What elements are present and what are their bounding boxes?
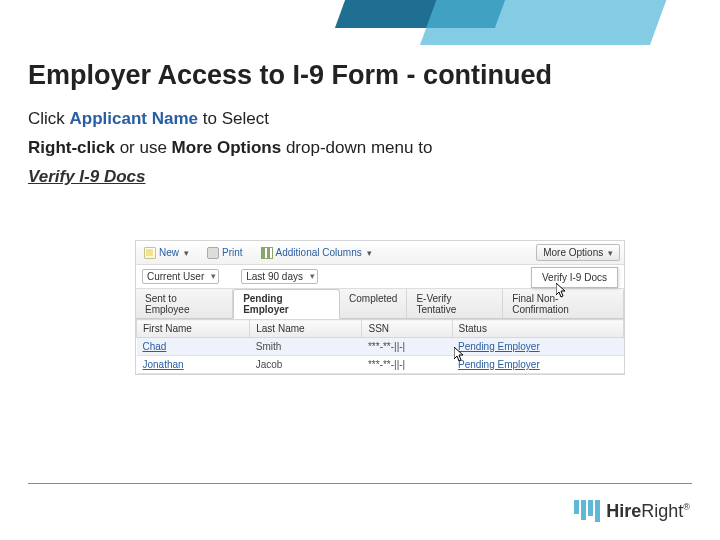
instr-text: to Select [198, 109, 269, 128]
tab-everify-tentative[interactable]: E-Verify Tentative [407, 289, 503, 318]
instr-verify-docs: Verify I-9 Docs [28, 167, 145, 186]
tab-completed[interactable]: Completed [340, 289, 407, 318]
logo-bars-icon [574, 500, 600, 522]
table-header-row: First Name Last Name SSN Status [137, 320, 624, 338]
instr-right-click: Right-click [28, 138, 115, 157]
header-decoration-light [420, 0, 670, 45]
page-title: Employer Access to I-9 Form - continued [28, 60, 692, 91]
hireright-logo: HireRight® [574, 500, 690, 522]
filter-user-select[interactable]: Current User [142, 269, 219, 284]
instr-text: or use [115, 138, 172, 157]
applicant-status[interactable]: Pending Employer [458, 341, 540, 352]
applicant-status[interactable]: Pending Employer [458, 359, 540, 370]
tab-bar: Sent to Employee Pending Employer Comple… [136, 289, 624, 319]
dropdown-item-verify[interactable]: Verify I-9 Docs [542, 272, 607, 283]
more-options-button[interactable]: More Options [536, 244, 620, 261]
footer-divider [28, 483, 692, 484]
col-last-name[interactable]: Last Name [250, 320, 362, 338]
print-button[interactable]: Print [203, 245, 247, 261]
table-row[interactable]: Jonathan Jacob ***-**-||-| Pending Emplo… [137, 356, 624, 374]
tab-pending-employer[interactable]: Pending Employer [233, 289, 340, 319]
print-label: Print [222, 247, 243, 258]
col-first-name[interactable]: First Name [137, 320, 250, 338]
more-options-label: More Options [543, 247, 603, 258]
more-options-dropdown: Verify I-9 Docs [531, 267, 618, 288]
col-ssn[interactable]: SSN [362, 320, 452, 338]
applicant-last-name: Jacob [250, 356, 362, 374]
logo-text: HireRight® [606, 501, 690, 522]
registered-icon: ® [683, 502, 690, 512]
instr-applicant-name: Applicant Name [70, 109, 198, 128]
columns-icon [261, 247, 273, 259]
logo-rest: Right [641, 501, 683, 521]
tab-final-non-confirmation[interactable]: Final Non-Confirmation [503, 289, 624, 318]
instr-text: Click [28, 109, 70, 128]
applicant-ssn: ***-**-||-| [362, 338, 452, 356]
filter-range-select[interactable]: Last 90 days [241, 269, 318, 284]
col-status[interactable]: Status [452, 320, 623, 338]
tab-sent-to-employee[interactable]: Sent to Employee [136, 289, 233, 318]
app-screenshot: New Print Additional Columns More Option… [135, 240, 625, 375]
applicant-ssn: ***-**-||-| [362, 356, 452, 374]
new-button[interactable]: New [140, 245, 193, 261]
columns-label: Additional Columns [276, 247, 362, 258]
instructions-block: Click Applicant Name to Select Right-cli… [28, 105, 692, 192]
applicant-last-name: Smith [250, 338, 362, 356]
toolbar: New Print Additional Columns More Option… [136, 241, 624, 265]
logo-bold: Hire [606, 501, 641, 521]
new-doc-icon [144, 247, 156, 259]
new-label: New [159, 247, 179, 258]
applicant-first-name[interactable]: Jonathan [143, 359, 184, 370]
applicant-first-name[interactable]: Chad [143, 341, 167, 352]
additional-columns-button[interactable]: Additional Columns [257, 245, 376, 261]
print-icon [207, 247, 219, 259]
applicants-table: First Name Last Name SSN Status Chad Smi… [136, 319, 624, 374]
table-row[interactable]: Chad Smith ***-**-||-| Pending Employer [137, 338, 624, 356]
instr-text: drop-down menu to [281, 138, 432, 157]
instr-more-options: More Options [172, 138, 282, 157]
